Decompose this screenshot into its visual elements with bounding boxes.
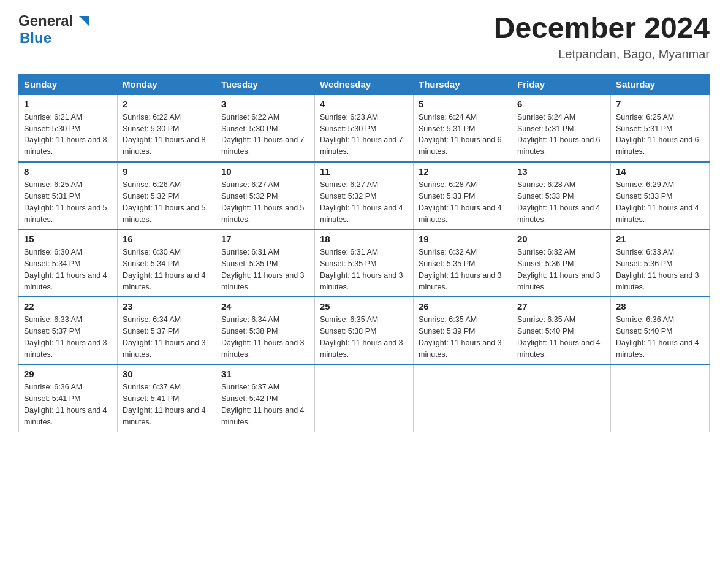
sunset-label: Sunset: 5:33 PM [419,192,475,201]
day-info: Sunrise: 6:28 AM Sunset: 5:33 PM Dayligh… [517,179,605,225]
sunrise-label: Sunrise: 6:25 AM [24,180,82,189]
day-info: Sunrise: 6:26 AM Sunset: 5:32 PM Dayligh… [123,179,211,225]
day-info: Sunrise: 6:36 AM Sunset: 5:40 PM Dayligh… [616,314,704,360]
daylight-label: Daylight: 11 hours and 3 minutes. [419,271,502,291]
calendar-table: Sunday Monday Tuesday Wednesday Thursday… [18,74,710,432]
daylight-label: Daylight: 11 hours and 4 minutes. [24,271,107,291]
calendar-body: 1 Sunrise: 6:21 AM Sunset: 5:30 PM Dayli… [19,94,710,432]
sunset-label: Sunset: 5:30 PM [123,124,179,133]
daylight-label: Daylight: 11 hours and 4 minutes. [123,271,206,291]
day-number: 28 [616,301,704,312]
col-wednesday: Wednesday [315,74,414,94]
sunrise-label: Sunrise: 6:23 AM [320,113,378,121]
sunset-label: Sunset: 5:42 PM [221,394,278,403]
calendar-cell: 5 Sunrise: 6:24 AM Sunset: 5:31 PM Dayli… [414,94,512,162]
calendar-cell [611,364,710,432]
location-subtitle: Letpandan, Bago, Myanmar [494,47,710,61]
day-number: 18 [320,234,408,244]
col-saturday: Saturday [611,74,710,94]
calendar-week-row: 1 Sunrise: 6:21 AM Sunset: 5:30 PM Dayli… [19,94,710,162]
day-number: 17 [221,234,309,244]
day-info: Sunrise: 6:31 AM Sunset: 5:35 PM Dayligh… [221,247,309,293]
sunset-label: Sunset: 5:32 PM [320,192,376,201]
day-info: Sunrise: 6:23 AM Sunset: 5:30 PM Dayligh… [320,112,408,158]
sunset-label: Sunset: 5:31 PM [616,124,672,133]
day-number: 19 [419,234,507,244]
calendar-cell: 26 Sunrise: 6:35 AM Sunset: 5:39 PM Dayl… [414,297,512,364]
daylight-label: Daylight: 11 hours and 3 minutes. [221,271,305,291]
page-header: General Blue December 2024 Letpandan, Ba… [18,12,710,61]
sunset-label: Sunset: 5:34 PM [123,259,179,268]
sunrise-label: Sunrise: 6:26 AM [123,180,181,189]
calendar-cell: 7 Sunrise: 6:25 AM Sunset: 5:31 PM Dayli… [611,94,710,162]
day-number: 25 [320,301,408,312]
calendar-cell: 11 Sunrise: 6:27 AM Sunset: 5:32 PM Dayl… [315,162,414,229]
day-info: Sunrise: 6:28 AM Sunset: 5:33 PM Dayligh… [419,179,507,225]
calendar-cell: 27 Sunrise: 6:35 AM Sunset: 5:40 PM Dayl… [512,297,611,364]
sunset-label: Sunset: 5:38 PM [221,327,278,335]
daylight-label: Daylight: 11 hours and 7 minutes. [221,136,305,156]
day-number: 27 [517,301,605,312]
day-info: Sunrise: 6:36 AM Sunset: 5:41 PM Dayligh… [24,381,112,427]
sunrise-label: Sunrise: 6:24 AM [419,113,477,121]
sunset-label: Sunset: 5:39 PM [419,327,475,335]
day-number: 5 [419,99,507,109]
day-number: 11 [320,166,408,177]
sunrise-label: Sunrise: 6:24 AM [517,113,575,121]
calendar-cell: 2 Sunrise: 6:22 AM Sunset: 5:30 PM Dayli… [118,94,216,162]
sunset-label: Sunset: 5:37 PM [123,327,179,335]
sunset-label: Sunset: 5:32 PM [123,192,179,201]
daylight-label: Daylight: 11 hours and 3 minutes. [517,271,601,291]
day-number: 23 [123,301,211,312]
calendar-cell: 19 Sunrise: 6:32 AM Sunset: 5:35 PM Dayl… [414,229,512,297]
sunset-label: Sunset: 5:38 PM [320,327,376,335]
day-number: 4 [320,99,408,109]
calendar-cell: 30 Sunrise: 6:37 AM Sunset: 5:41 PM Dayl… [118,364,216,432]
calendar-cell: 4 Sunrise: 6:23 AM Sunset: 5:30 PM Dayli… [315,94,414,162]
sunrise-label: Sunrise: 6:32 AM [517,248,575,256]
calendar-cell: 22 Sunrise: 6:33 AM Sunset: 5:37 PM Dayl… [19,297,118,364]
calendar-cell: 14 Sunrise: 6:29 AM Sunset: 5:33 PM Dayl… [611,162,710,229]
sunset-label: Sunset: 5:33 PM [517,192,574,201]
day-info: Sunrise: 6:25 AM Sunset: 5:31 PM Dayligh… [616,112,704,158]
day-info: Sunrise: 6:30 AM Sunset: 5:34 PM Dayligh… [24,247,112,293]
sunrise-label: Sunrise: 6:30 AM [24,248,82,256]
day-number: 3 [221,99,309,109]
sunset-label: Sunset: 5:31 PM [24,192,80,201]
day-number: 6 [517,99,605,109]
sunrise-label: Sunrise: 6:33 AM [616,248,674,256]
sunrise-label: Sunrise: 6:30 AM [123,248,181,256]
sunset-label: Sunset: 5:31 PM [419,124,475,133]
month-year-title: December 2024 [494,12,710,45]
sunrise-label: Sunrise: 6:28 AM [419,180,477,189]
daylight-label: Daylight: 11 hours and 3 minutes. [123,339,206,359]
sunrise-label: Sunrise: 6:27 AM [320,180,378,189]
col-sunday: Sunday [19,74,118,94]
logo-text: General Blue [18,12,91,47]
day-info: Sunrise: 6:24 AM Sunset: 5:31 PM Dayligh… [419,112,507,158]
sunset-label: Sunset: 5:34 PM [24,259,80,268]
col-tuesday: Tuesday [216,74,315,94]
sunrise-label: Sunrise: 6:29 AM [616,180,674,189]
sunrise-label: Sunrise: 6:33 AM [24,315,82,324]
sunset-label: Sunset: 5:30 PM [320,124,376,133]
calendar-cell [414,364,512,432]
day-info: Sunrise: 6:33 AM Sunset: 5:37 PM Dayligh… [24,314,112,360]
sunset-label: Sunset: 5:41 PM [24,394,80,403]
sunrise-label: Sunrise: 6:36 AM [24,383,82,391]
title-block: December 2024 Letpandan, Bago, Myanmar [494,12,710,61]
sunrise-label: Sunrise: 6:22 AM [221,113,279,121]
sunrise-label: Sunrise: 6:36 AM [616,315,674,324]
logo-general: General [18,12,73,29]
daylight-label: Daylight: 11 hours and 8 minutes. [123,136,206,156]
sunrise-label: Sunrise: 6:21 AM [24,113,82,121]
sunset-label: Sunset: 5:36 PM [517,259,574,268]
day-info: Sunrise: 6:29 AM Sunset: 5:33 PM Dayligh… [616,179,704,225]
day-number: 9 [123,166,211,177]
daylight-label: Daylight: 11 hours and 4 minutes. [517,204,601,224]
day-number: 15 [24,234,112,244]
daylight-label: Daylight: 11 hours and 5 minutes. [123,204,206,224]
sunrise-label: Sunrise: 6:28 AM [517,180,575,189]
calendar-cell: 24 Sunrise: 6:34 AM Sunset: 5:38 PM Dayl… [216,297,315,364]
sunset-label: Sunset: 5:30 PM [24,124,80,133]
